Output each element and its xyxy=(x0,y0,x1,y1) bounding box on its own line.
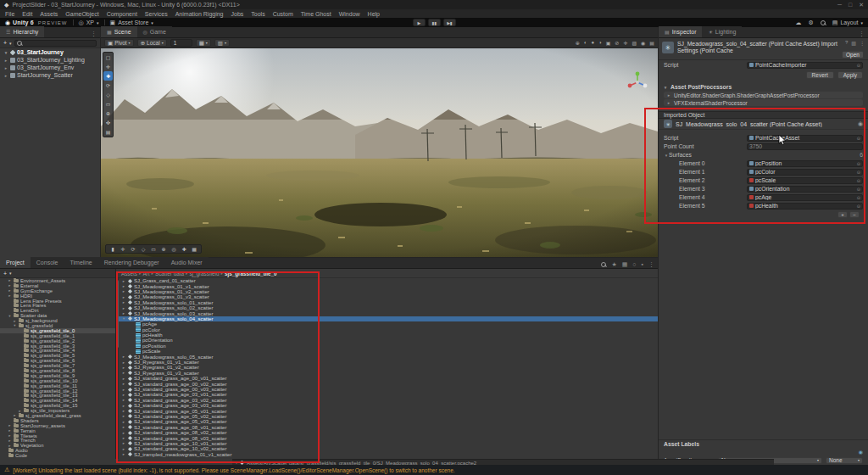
transform-tool[interactable]: ⊕ xyxy=(103,109,113,118)
assetbundle-variant-dropdown[interactable]: None▾ xyxy=(826,457,863,464)
surfaces-foldout[interactable]: ▾ Surfaces 6 xyxy=(659,151,868,159)
search-overlay-icon[interactable]: ✚ xyxy=(179,245,189,253)
expander-icon[interactable]: ▸ xyxy=(121,355,126,359)
panel-tab[interactable]: Project xyxy=(0,257,31,268)
surface-element-field[interactable]: pcColor⊙ xyxy=(747,169,863,176)
menu-item[interactable]: File xyxy=(5,11,14,17)
grid-toggle-icon[interactable]: ⊘ xyxy=(615,40,619,46)
hierarchy-search-input[interactable] xyxy=(14,40,97,47)
expander-icon[interactable]: ▸ xyxy=(13,319,17,323)
asset-row[interactable]: ▸ SJ_trampled_meadowgrass_01_v1_scatter xyxy=(118,452,658,457)
expander-icon[interactable]: ▾ xyxy=(121,316,126,321)
expander-icon[interactable]: ▸ xyxy=(18,409,22,413)
folder-row[interactable]: Code xyxy=(0,453,115,458)
expander-icon[interactable]: ▸ xyxy=(121,311,126,316)
hierarchy-item[interactable]: ▸ 03_StartJourney_Lighting xyxy=(0,56,100,64)
menu-icon[interactable]: ⋮ xyxy=(648,261,654,268)
play-button[interactable]: ▶ xyxy=(413,19,426,26)
move-tool[interactable]: ✚ xyxy=(103,71,113,81)
expander-icon[interactable]: ▸ xyxy=(121,289,126,293)
script-field[interactable]: PointCacheImporter⊙ xyxy=(747,62,863,69)
menu-item[interactable]: Custom xyxy=(273,11,293,17)
expander-icon[interactable]: ▸ xyxy=(8,278,12,282)
object-picker-icon[interactable]: ⊙ xyxy=(857,170,860,175)
step-button[interactable]: ▶▮ xyxy=(443,19,456,26)
maximize-button[interactable]: □ xyxy=(849,2,852,8)
gizmos-dropdown-icon[interactable]: ◉ xyxy=(641,40,645,46)
grid-visibility-dropdown[interactable]: ▦▾ xyxy=(196,39,211,47)
remove-element-button[interactable]: − xyxy=(849,211,860,218)
expander-icon[interactable]: ▸ xyxy=(121,452,126,456)
expander-icon[interactable]: ▸ xyxy=(13,413,17,417)
postprocessors-header[interactable]: ▾Asset PostProcessors xyxy=(659,83,868,91)
more-tools[interactable]: ▤ xyxy=(103,127,113,137)
expander-icon[interactable]: ▸ xyxy=(121,447,126,451)
expander-icon[interactable]: ▸ xyxy=(121,279,126,283)
hierarchy-item[interactable]: ▸ 03_StartJourney_Env xyxy=(0,64,100,71)
menu-item[interactable]: Edit xyxy=(22,11,32,17)
close-button[interactable]: ✕ xyxy=(859,2,864,8)
expander-icon[interactable]: ▸ xyxy=(3,73,8,78)
audio-toggle-icon[interactable]: ● xyxy=(591,40,594,46)
scene-game-tab[interactable]: ▦Scene xyxy=(101,26,137,37)
menu-item[interactable]: Component xyxy=(107,11,137,17)
expander-icon[interactable]: ▸ xyxy=(3,65,8,70)
hierarchy-item[interactable]: ▾ 03_StartJourney xyxy=(0,48,100,56)
menu-item[interactable]: Help xyxy=(368,11,380,17)
expander-icon[interactable]: ▸ xyxy=(121,420,126,424)
label-tag-icon[interactable]: ◉ xyxy=(859,449,863,455)
object-picker-icon[interactable]: ⊙ xyxy=(857,204,860,209)
rect-overlay-icon[interactable]: ▭ xyxy=(148,245,159,253)
scrollbar[interactable] xyxy=(116,278,119,459)
orientation-gizmo[interactable] xyxy=(626,70,649,94)
object-picker-icon[interactable]: ⊙ xyxy=(857,187,860,192)
move-overlay-icon[interactable]: ✛ xyxy=(118,245,128,253)
surface-element-field[interactable]: pcHealth⊙ xyxy=(747,203,863,210)
help-icon[interactable]: ◉ xyxy=(858,120,863,127)
camera-settings-icon[interactable]: ▨ xyxy=(632,40,637,46)
revert-button[interactable]: Revert xyxy=(806,71,834,79)
presets-icon[interactable]: ▥ xyxy=(851,40,856,46)
panel-menu-icon[interactable]: ⋮ xyxy=(87,31,100,37)
postprocessor-row[interactable]: ▸VFXExternalShaderProcessor xyxy=(664,99,863,106)
panel-menu-icon[interactable]: ⋮ xyxy=(855,31,868,37)
rotate-tool[interactable]: ⟳ xyxy=(103,81,113,90)
object-picker-icon[interactable]: ⊙ xyxy=(857,178,860,183)
expander-icon[interactable]: ▸ xyxy=(8,283,12,288)
snap-settings-dropdown[interactable]: ▥▾ xyxy=(214,39,230,47)
snap-overlay-icon[interactable]: ◎ xyxy=(169,245,179,253)
object-picker-icon[interactable]: ⊙ xyxy=(857,161,860,166)
expander-icon[interactable]: ▾ xyxy=(8,314,12,318)
rect-tool[interactable]: ▭ xyxy=(103,99,113,109)
expander-icon[interactable]: ▸ xyxy=(121,382,126,386)
expander-icon[interactable]: ▸ xyxy=(121,284,126,288)
object-picker-icon[interactable]: ⊙ xyxy=(857,195,860,200)
pause-button[interactable]: ▮▮ xyxy=(428,19,441,26)
expander-icon[interactable]: ▸ xyxy=(121,295,126,299)
surface-element-field[interactable]: pcAge⊙ xyxy=(747,194,863,201)
expander-icon[interactable]: ▾ xyxy=(3,50,8,55)
info-icon[interactable]: ○ xyxy=(632,261,636,268)
expander-icon[interactable]: ▸ xyxy=(8,428,12,433)
menu-item[interactable]: Animation Rigging xyxy=(175,11,224,17)
lock-icon[interactable]: ▪ xyxy=(642,261,643,268)
script-field[interactable]: PointCacheAsset⊙ xyxy=(747,135,863,142)
apply-button[interactable]: Apply xyxy=(837,71,863,79)
open-button[interactable]: Open xyxy=(842,51,864,59)
expander-icon[interactable]: ▸ xyxy=(121,436,126,440)
object-picker-icon[interactable]: ⊙ xyxy=(857,136,860,141)
surface-element-field[interactable]: pcPosition⊙ xyxy=(747,160,863,167)
menu-item[interactable]: Tools xyxy=(251,11,264,17)
expander-icon[interactable]: ▾ xyxy=(13,323,17,327)
expander-icon[interactable]: ▸ xyxy=(121,377,126,381)
expander-icon[interactable]: ▸ xyxy=(121,360,126,365)
expander-icon[interactable]: ▸ xyxy=(121,425,126,429)
camera-overlay-icon[interactable]: ▦ xyxy=(189,245,199,253)
expander-icon[interactable]: ▸ xyxy=(121,371,126,375)
panel-tab[interactable]: Console xyxy=(31,257,64,268)
expander-icon[interactable]: ▸ xyxy=(3,58,8,63)
fog-toggle-icon[interactable]: ◐ xyxy=(584,40,587,46)
scale-overlay-icon[interactable]: ◇ xyxy=(138,245,148,253)
create-dropdown-icon[interactable]: ▾ xyxy=(9,271,12,276)
breadcrumb-segment[interactable]: sj_grassfield▸ xyxy=(189,271,223,277)
